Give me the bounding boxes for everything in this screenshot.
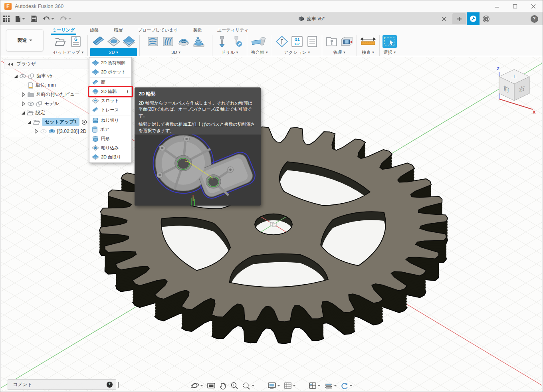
- 3d-pocket-button[interactable]: [161, 35, 176, 48]
- menu-item-2d-contour[interactable]: 2D 輪郭 ⋮: [89, 87, 131, 96]
- viewport-3d[interactable]: ブラウザ 歯車 v5 単位: mm 名前の付いたビュー: [1, 57, 542, 391]
- setup1-selected-label[interactable]: セットアップ1: [42, 118, 79, 126]
- tab-fabrication[interactable]: 製造: [192, 26, 204, 35]
- menu-item-2d-chamfer[interactable]: 2D 面取り: [89, 152, 131, 162]
- history-button[interactable]: [480, 12, 492, 25]
- visibility-eye-icon[interactable]: [40, 129, 47, 134]
- maximize-button[interactable]: [506, 0, 524, 12]
- group-setup-label[interactable]: セットアップ: [52, 48, 85, 56]
- 2d-pocket-button[interactable]: [107, 35, 121, 48]
- tooltip-illustration: [135, 135, 261, 206]
- display-settings-button[interactable]: [268, 382, 280, 389]
- group-3d-label[interactable]: 3D: [142, 48, 210, 56]
- menu-item-options-icon[interactable]: ⋮: [125, 89, 130, 94]
- menu-item-slot[interactable]: スロット: [89, 96, 131, 105]
- collapse-panel-icon[interactable]: [8, 62, 13, 66]
- drill-button[interactable]: [215, 35, 229, 48]
- document-tab[interactable]: 歯車 v5*: [176, 12, 447, 25]
- menu-item-trace[interactable]: トレース: [89, 105, 131, 115]
- tab-utilities[interactable]: ユーティリティ: [216, 26, 250, 35]
- collapsed-triangle-icon[interactable]: [22, 92, 26, 97]
- tree-row-units[interactable]: 単位: mm: [4, 81, 89, 90]
- tree-row-settings[interactable]: 設定: [4, 108, 89, 117]
- group-manage-label[interactable]: 管理: [325, 48, 354, 56]
- tree-row-model[interactable]: モデル: [4, 99, 89, 108]
- group-inspect-label[interactable]: 検査: [359, 48, 377, 56]
- collapsed-triangle-icon[interactable]: [22, 101, 26, 106]
- setup-new-button[interactable]: [54, 35, 68, 48]
- tree-row-named-views[interactable]: 名前の付いたビュー: [4, 90, 89, 99]
- add-comment-icon[interactable]: +: [107, 382, 113, 388]
- collapsed-triangle-icon[interactable]: [34, 129, 38, 134]
- active-setup-radio-icon[interactable]: [81, 119, 87, 125]
- group-actions-label[interactable]: アクション: [275, 48, 319, 56]
- group-2d: 2D: [88, 35, 140, 56]
- multiaxis-button[interactable]: [250, 35, 269, 48]
- 3d-dome-button[interactable]: [176, 35, 191, 48]
- look-at-button[interactable]: [207, 382, 216, 389]
- refresh-button[interactable]: [341, 382, 353, 390]
- grid-settings-button[interactable]: [284, 382, 296, 389]
- comment-bar[interactable]: コメント +: [8, 379, 116, 390]
- tree-row-setup1[interactable]: セットアップ1: [4, 117, 89, 127]
- 2d-facing-button[interactable]: [91, 35, 106, 48]
- pan-button[interactable]: [219, 382, 227, 390]
- menu-item-engrave[interactable]: 彫り込み: [89, 143, 131, 152]
- new-tab-button[interactable]: [452, 13, 466, 24]
- drill-tap-button[interactable]: [230, 35, 244, 48]
- tab-milling[interactable]: ミーリング: [51, 26, 76, 35]
- menu-item-2d-pocket[interactable]: 2D ポケット: [89, 67, 131, 77]
- viewcube[interactable]: Z X 上 前 右: [489, 61, 537, 116]
- machine-library-button[interactable]: [340, 35, 354, 48]
- tab-probing[interactable]: プローブしています: [136, 26, 180, 35]
- menu-item-2d-adaptive[interactable]: 2D 負荷制御: [89, 58, 131, 67]
- help-button[interactable]: ?: [529, 12, 539, 25]
- job-status-button[interactable]: [467, 12, 480, 25]
- 3d-adaptive-button[interactable]: [146, 35, 161, 48]
- orbit-button[interactable]: [190, 382, 203, 390]
- tab-turning[interactable]: 旋盤: [88, 26, 100, 35]
- select-button[interactable]: [382, 35, 397, 48]
- menu-item-thread[interactable]: ねじ切り: [89, 116, 131, 125]
- viewports-button[interactable]: [309, 382, 321, 389]
- group-2d-label[interactable]: 2D: [90, 48, 137, 56]
- tree-row-toolpath[interactable]: [(3.02:28)] 2D: [4, 127, 89, 136]
- visibility-eye-icon[interactable]: [28, 101, 34, 106]
- file-menu-button[interactable]: [12, 12, 28, 25]
- tab-additive[interactable]: 積層: [112, 26, 124, 35]
- expanded-triangle-icon[interactable]: [28, 121, 31, 124]
- folder-open-icon: [27, 110, 34, 115]
- group-multiaxis-label[interactable]: 複合軸: [250, 48, 270, 56]
- 3d-spiral-button[interactable]: [192, 35, 206, 48]
- menu-item-bore[interactable]: ボア: [89, 125, 131, 134]
- tree-row-component[interactable]: 歯車 v5: [4, 71, 89, 81]
- menu-item-circular[interactable]: 円形: [89, 134, 131, 143]
- group-drill-label[interactable]: ドリル: [215, 48, 244, 56]
- save-button[interactable]: [28, 12, 40, 25]
- expanded-triangle-icon[interactable]: [14, 75, 18, 78]
- menu-item-face[interactable]: 面: [89, 78, 131, 87]
- tab-close-button[interactable]: [438, 12, 450, 25]
- expanded-triangle-icon[interactable]: [22, 111, 25, 115]
- visibility-eye-icon[interactable]: [20, 74, 26, 79]
- simulate-button[interactable]: [275, 35, 289, 48]
- svg-text:G2: G2: [294, 42, 299, 46]
- setup-gcode-button[interactable]: G: [69, 35, 83, 48]
- redo-button[interactable]: [57, 12, 74, 25]
- zoom-window-button[interactable]: [242, 382, 255, 390]
- undo-button[interactable]: [40, 12, 57, 25]
- tool-library-button[interactable]: [325, 35, 339, 48]
- zoom-button[interactable]: [230, 382, 238, 390]
- viewcube-cube[interactable]: 上 前 右: [499, 69, 529, 101]
- close-button[interactable]: [524, 0, 543, 12]
- minimize-button[interactable]: [488, 0, 506, 12]
- setup-sheet-button[interactable]: [305, 35, 319, 48]
- resize-grip-icon[interactable]: [118, 382, 119, 388]
- layers-button[interactable]: [324, 382, 337, 389]
- group-select-label[interactable]: 選択: [382, 48, 398, 56]
- post-process-button[interactable]: G1G2: [290, 35, 304, 48]
- measure-button[interactable]: [359, 35, 377, 48]
- workspace-selector[interactable]: 製造: [6, 29, 44, 51]
- 2d-contour-button[interactable]: [122, 35, 136, 48]
- app-grid-button[interactable]: [0, 12, 12, 25]
